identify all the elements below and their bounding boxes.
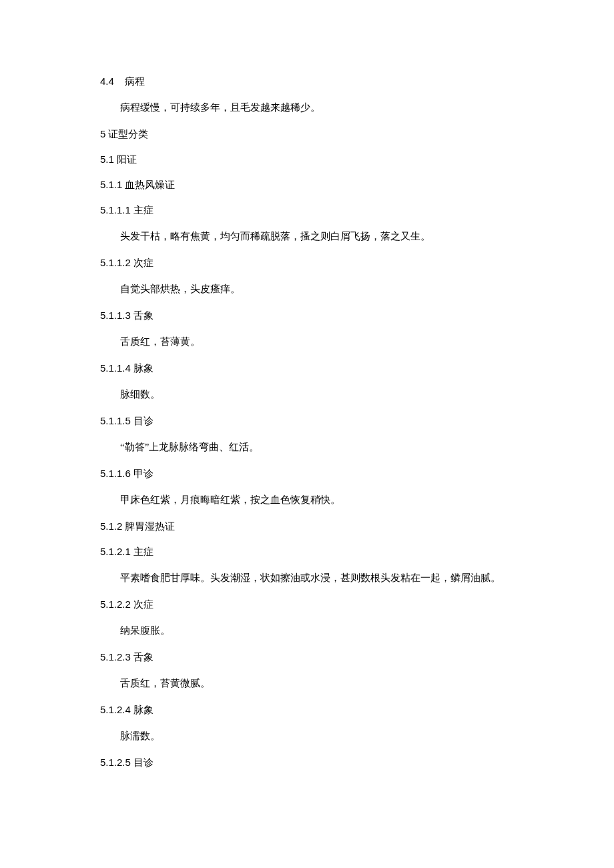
heading-5-1-1: 5.1.1血热风燥证 bbox=[100, 177, 514, 193]
heading-label: 阳证 bbox=[117, 153, 137, 165]
heading-number: 5.1.1.3 bbox=[100, 310, 131, 321]
heading-label: 脾胃湿热证 bbox=[125, 520, 175, 532]
heading-5-1-1-6: 5.1.1.6甲诊 bbox=[100, 466, 514, 482]
heading-label: 主症 bbox=[133, 204, 154, 215]
heading-5-1-2-4: 5.1.2.4脉象 bbox=[100, 702, 514, 718]
heading-number: 5.1.2.1 bbox=[100, 546, 131, 557]
heading-label: 目诊 bbox=[133, 757, 154, 768]
heading-number: 5.1.2.3 bbox=[100, 651, 131, 663]
paragraph: 头发干枯，略有焦黄，均匀而稀疏脱落，搔之则白屑飞扬，落之又生。 bbox=[100, 228, 514, 246]
heading-5-1-2-5: 5.1.2.5目诊 bbox=[100, 755, 514, 771]
heading-label: 甲诊 bbox=[133, 468, 154, 479]
heading-number: 5 bbox=[100, 128, 105, 139]
heading-5-1-2: 5.1.2脾胃湿热证 bbox=[100, 518, 514, 534]
paragraph: 甲床色红紫，月痕晦暗红紫，按之血色恢复稍快。 bbox=[100, 491, 514, 509]
heading-label: 病程 bbox=[125, 75, 145, 87]
heading-label: 次症 bbox=[133, 598, 154, 610]
heading-5-1-1-4: 5.1.1.4脉象 bbox=[100, 360, 514, 376]
heading-5-1-1-5: 5.1.1.5目诊 bbox=[100, 413, 514, 429]
heading-label: 次症 bbox=[133, 257, 154, 268]
heading-number: 5.1.1.6 bbox=[100, 468, 131, 479]
heading-5: 5证型分类 bbox=[100, 126, 514, 142]
heading-4-4: 4.4病程 bbox=[100, 73, 514, 89]
heading-5-1-2-2: 5.1.2.2次症 bbox=[100, 596, 514, 612]
heading-5-1: 5.1阳证 bbox=[100, 151, 514, 167]
heading-number: 5.1 bbox=[100, 153, 114, 165]
heading-number: 5.1.2 bbox=[100, 520, 122, 532]
heading-5-1-1-1: 5.1.1.1主症 bbox=[100, 202, 514, 218]
heading-number: 5.1.2.4 bbox=[100, 704, 131, 715]
paragraph: 自觉头部烘热，头皮瘙痒。 bbox=[100, 280, 514, 298]
heading-label: 舌象 bbox=[133, 651, 154, 663]
heading-number: 5.1.2.2 bbox=[100, 598, 131, 610]
paragraph: 平素嗜食肥甘厚味。头发潮湿，状如擦油或水浸，甚则数根头发粘在一起，鳞屑油腻。 bbox=[100, 569, 514, 587]
heading-label: 舌象 bbox=[133, 310, 154, 321]
heading-5-1-2-3: 5.1.2.3舌象 bbox=[100, 649, 514, 665]
heading-5-1-1-2: 5.1.1.2次症 bbox=[100, 255, 514, 271]
paragraph: 舌质红，苔黄微腻。 bbox=[100, 675, 514, 693]
heading-label: 证型分类 bbox=[108, 128, 148, 139]
heading-label: 主症 bbox=[133, 546, 154, 557]
paragraph: 舌质红，苔薄黄。 bbox=[100, 333, 514, 351]
heading-number: 5.1.1.2 bbox=[100, 257, 131, 268]
paragraph: 脉濡数。 bbox=[100, 727, 514, 745]
heading-5-1-2-1: 5.1.2.1主症 bbox=[100, 544, 514, 560]
heading-label: 目诊 bbox=[133, 415, 154, 426]
heading-label: 血热风燥证 bbox=[125, 179, 175, 190]
paragraph: 病程缓慢，可持续多年，且毛发越来越稀少。 bbox=[100, 99, 514, 117]
heading-number: 5.1.1.1 bbox=[100, 204, 131, 215]
document-page: 4.4病程 病程缓慢，可持续多年，且毛发越来越稀少。 5证型分类 5.1阳证 5… bbox=[0, 0, 614, 868]
heading-5-1-1-3: 5.1.1.3舌象 bbox=[100, 308, 514, 324]
heading-number: 5.1.1.5 bbox=[100, 415, 131, 426]
heading-label: 脉象 bbox=[133, 704, 154, 715]
paragraph: “勒答”上龙脉脉络弯曲、红活。 bbox=[100, 438, 514, 456]
heading-number: 5.1.1.4 bbox=[100, 362, 131, 374]
paragraph: 脉细数。 bbox=[100, 386, 514, 404]
heading-number: 4.4 bbox=[100, 75, 114, 87]
heading-number: 5.1.1 bbox=[100, 179, 122, 190]
paragraph: 纳呆腹胀。 bbox=[100, 622, 514, 640]
heading-label: 脉象 bbox=[133, 362, 154, 374]
heading-number: 5.1.2.5 bbox=[100, 757, 131, 768]
